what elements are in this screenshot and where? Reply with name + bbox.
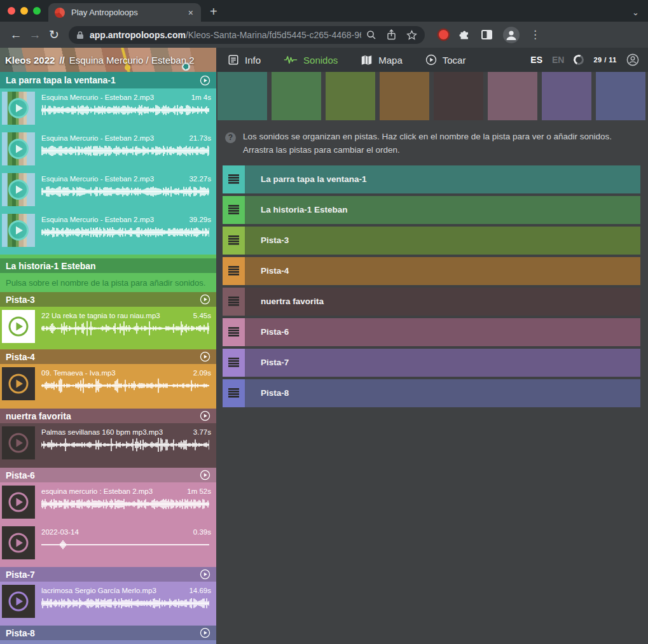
- clip-thumbnail[interactable]: [2, 526, 35, 559]
- nav-item-mapa[interactable]: Mapa: [361, 55, 403, 66]
- play-clip-icon[interactable]: [7, 431, 30, 454]
- play-clip-icon[interactable]: [7, 531, 30, 554]
- track-row[interactable]: La historia-1 Esteban: [223, 196, 640, 224]
- track-row-body[interactable]: Pista-3: [245, 227, 640, 255]
- track-row[interactable]: Pista-4: [223, 257, 640, 285]
- track-row-body[interactable]: Pista-6: [245, 318, 640, 346]
- tab-search-chevron-icon[interactable]: ⌄: [632, 8, 639, 17]
- bookmark-star-icon[interactable]: [406, 30, 417, 40]
- play-clip-icon[interactable]: [7, 219, 30, 242]
- language-es-button[interactable]: ES: [530, 55, 542, 65]
- play-track-button[interactable]: [200, 75, 210, 86]
- track-row-body[interactable]: Pista-7: [245, 349, 640, 377]
- zoom-icon[interactable]: [366, 30, 376, 40]
- track-row[interactable]: Pista-7: [223, 349, 640, 377]
- browser-menu-icon[interactable]: ⋮: [530, 28, 541, 41]
- play-clip-icon[interactable]: [7, 491, 30, 514]
- clip-thumbnail[interactable]: [2, 214, 35, 247]
- track-header[interactable]: La parra tapa la ventana-1: [0, 72, 216, 88]
- track-header[interactable]: nuertra favorita: [0, 409, 216, 423]
- track-header[interactable]: Pista-6: [0, 468, 216, 482]
- extensions-puzzle-icon[interactable]: [458, 29, 471, 41]
- account-icon[interactable]: [626, 53, 639, 66]
- clip-thumbnail[interactable]: [2, 173, 35, 206]
- clip[interactable]: 2022-03-14 0.39s: [0, 523, 216, 564]
- track-name: Pista-6: [6, 470, 35, 480]
- url-text[interactable]: app.antropoloops.com/Kleos-Santa-Marina/…: [90, 30, 361, 40]
- share-icon[interactable]: [387, 29, 396, 40]
- clip[interactable]: Palmas sevillanas 160 bpm mp3.mp3 3.77s: [0, 423, 216, 464]
- clip-thumbnail[interactable]: [2, 367, 35, 400]
- play-clip-icon[interactable]: [7, 590, 30, 613]
- nav-item-info[interactable]: Info: [228, 54, 261, 66]
- track-drag-handle[interactable]: [223, 318, 245, 346]
- breadcrumb-project-link[interactable]: Kleos 2022: [5, 55, 55, 66]
- clip[interactable]: Esquina Mercurio - Esteban 2.mp3 32.27s: [0, 170, 216, 211]
- clip-thumbnail[interactable]: [2, 486, 35, 519]
- main-panel: ? Los sonidos se organizan en pistas. Ha…: [216, 72, 648, 644]
- play-clip-icon[interactable]: [7, 137, 30, 160]
- track-header[interactable]: Pista-8: [0, 626, 216, 640]
- track-drag-handle[interactable]: [223, 196, 245, 224]
- track-drag-handle[interactable]: [223, 349, 245, 377]
- track-row[interactable]: La parra tapa la ventana-1: [223, 165, 640, 193]
- track-drag-handle[interactable]: [223, 288, 245, 316]
- clip[interactable]: 22 Ua reka te tagnia to rau niau.mp3 5.4…: [0, 307, 216, 347]
- clip-thumbnail[interactable]: [2, 132, 35, 165]
- play-track-button[interactable]: [200, 627, 210, 638]
- play-track-button[interactable]: [200, 569, 210, 580]
- track-header[interactable]: Pista-4: [0, 349, 216, 364]
- track-row-body[interactable]: Pista-8: [245, 379, 640, 407]
- track-row[interactable]: Pista-3: [223, 227, 640, 255]
- track-row-body[interactable]: La parra tapa la ventana-1: [245, 165, 640, 193]
- play-track-button[interactable]: [200, 294, 210, 305]
- track-header[interactable]: Pista-3: [0, 292, 216, 307]
- minimize-window-button[interactable]: [20, 7, 28, 15]
- language-en-button[interactable]: EN: [552, 55, 564, 65]
- reload-button[interactable]: ↻: [45, 27, 64, 42]
- play-track-button[interactable]: [200, 410, 210, 421]
- profile-avatar[interactable]: [503, 27, 520, 43]
- track-row[interactable]: Pista-6: [223, 318, 640, 346]
- recording-indicator-icon[interactable]: [439, 30, 448, 39]
- play-clip-icon[interactable]: [7, 178, 30, 201]
- track-row-body[interactable]: Pista-4: [245, 257, 640, 285]
- track-row-body[interactable]: La historia-1 Esteban: [245, 196, 640, 224]
- side-panel-icon[interactable]: [481, 29, 493, 40]
- nav-item-sonidos[interactable]: Sonidos: [284, 55, 338, 66]
- close-tab-icon[interactable]: ×: [187, 8, 195, 18]
- clip-thumbnail[interactable]: [2, 92, 35, 125]
- new-tab-button[interactable]: +: [210, 5, 217, 18]
- clip[interactable]: Esquina Mercurio - Esteban 2.mp3 21.73s: [0, 129, 216, 170]
- play-clip-icon[interactable]: [7, 372, 30, 395]
- track-drag-handle[interactable]: [223, 379, 245, 407]
- play-clip-icon[interactable]: [7, 315, 30, 338]
- forward-button[interactable]: →: [25, 28, 45, 42]
- clip-waveform: [41, 184, 209, 199]
- clip[interactable]: esquina mercurio : Esteban 2.mp3 1m 52s: [0, 482, 216, 523]
- play-clip-icon[interactable]: [7, 97, 30, 120]
- track-row-body[interactable]: nuertra favorita: [245, 288, 640, 316]
- clip[interactable]: 09. Temaeva - Iva.mp3 2.09s: [0, 364, 216, 405]
- clip[interactable]: Esquina Mercurio - Esteban 2.mp3 1m 4s: [0, 88, 216, 129]
- track-drag-handle[interactable]: [223, 227, 245, 255]
- track-header[interactable]: La historia-1 Esteban: [0, 258, 216, 273]
- browser-tab[interactable]: Play Antropoloops ×: [48, 3, 201, 22]
- fullscreen-window-button[interactable]: [33, 7, 41, 15]
- clip-thumbnail[interactable]: [2, 585, 35, 618]
- track-row[interactable]: nuertra favorita: [223, 288, 640, 316]
- address-bar[interactable]: app.antropoloops.com/Kleos-Santa-Marina/…: [69, 26, 425, 44]
- back-button[interactable]: ←: [6, 28, 25, 42]
- clip-thumbnail[interactable]: [2, 310, 35, 343]
- track-drag-handle[interactable]: [223, 257, 245, 285]
- track-row[interactable]: Pista-8: [223, 379, 640, 407]
- close-window-button[interactable]: [8, 7, 15, 15]
- play-track-button[interactable]: [200, 470, 210, 480]
- play-track-button[interactable]: [200, 351, 210, 362]
- track-header[interactable]: Pista-7: [0, 567, 216, 582]
- track-drag-handle[interactable]: [223, 165, 245, 193]
- clip-thumbnail[interactable]: [2, 426, 35, 459]
- nav-item-tocar[interactable]: Tocar: [425, 54, 466, 66]
- clip[interactable]: lacrimosa Sergio García Merlo.mp3 14.69s: [0, 582, 216, 622]
- clip[interactable]: Esquina Mercurio - Esteban 2.mp3 39.29s: [0, 211, 216, 251]
